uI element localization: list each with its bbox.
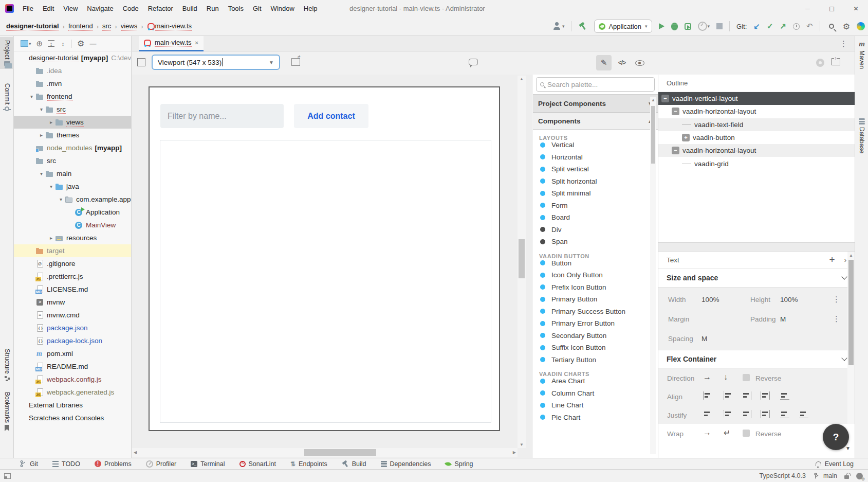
palette-group-components[interactable]: Components ▲ (533, 113, 658, 130)
tree-item[interactable]: pom.xml (14, 347, 131, 360)
tool-button-git[interactable]: Git (20, 460, 38, 468)
palette-item[interactable]: Primary Button (533, 293, 658, 306)
tree-item[interactable]: .mvn (14, 77, 131, 90)
menu-item[interactable]: Run (202, 0, 224, 17)
palette-search-input[interactable]: Search palette... (536, 77, 655, 92)
palette-item[interactable]: Prefix Icon Button (533, 281, 658, 294)
scroll-right-icon[interactable]: ▶ (513, 450, 516, 455)
help-dropdown-icon[interactable]: ▼ (845, 445, 851, 451)
lock-icon[interactable] (844, 475, 849, 479)
flex-container-section-header[interactable]: Flex Container (658, 350, 855, 368)
scroll-up-icon[interactable]: ▲ (520, 77, 524, 81)
outline-row[interactable]: − vaadin-horizontal-layout (658, 105, 855, 118)
align-end-icon[interactable] (742, 391, 751, 400)
rotate-viewport-icon[interactable] (291, 58, 300, 66)
justify-center-icon[interactable] (724, 410, 733, 418)
code-mode-button[interactable]: </> (614, 55, 630, 70)
scrollbar-thumb[interactable] (304, 449, 376, 456)
tree-item[interactable]: node_modules [myapp] (14, 141, 131, 154)
palette-scrollbar[interactable]: ▲ (650, 97, 656, 454)
tree-item[interactable]: mvnw (14, 296, 131, 309)
wrap-reverse-checkbox[interactable] (743, 430, 750, 437)
kebab-menu-icon[interactable]: ⋮ (833, 295, 840, 304)
add-contact-button[interactable]: Add contact (294, 104, 368, 128)
stop-icon[interactable] (716, 23, 723, 29)
palette-item[interactable]: Area Chart (533, 375, 658, 387)
tree-item[interactable]: themes (14, 129, 131, 141)
palette-item[interactable]: Icon Only Button (533, 269, 658, 281)
menu-item[interactable]: Window (266, 0, 299, 17)
tree-item[interactable]: package.json (14, 322, 131, 334)
tool-button-endpoints[interactable]: ⇅ Endpoints (290, 460, 327, 468)
palette-item[interactable]: Horizontal (533, 151, 658, 164)
align-stretch-icon[interactable] (761, 391, 770, 400)
close-button[interactable] (844, 0, 868, 17)
scrollbar-thumb[interactable] (519, 239, 525, 278)
palette-item[interactable]: Primary Success Button (533, 306, 658, 318)
viewport-size-select[interactable]: Viewport (547 x 533) ▼ (152, 55, 280, 70)
edit-mode-button[interactable]: ✎ (596, 55, 612, 70)
tree-chevron-icon[interactable] (38, 132, 45, 138)
tree-item[interactable]: webpack.config.js (14, 373, 131, 386)
build-hammer-icon[interactable] (578, 22, 587, 31)
tool-button-dependencies[interactable]: Dependencies (381, 460, 431, 468)
user-icon[interactable]: ▾ (552, 22, 565, 31)
close-tab-icon[interactable]: ✕ (195, 40, 199, 46)
ide-settings-icon[interactable] (856, 473, 863, 479)
menu-item[interactable]: Build (178, 0, 202, 17)
search-everywhere-icon[interactable] (829, 24, 834, 29)
direction-column-icon[interactable]: ↓ (724, 372, 728, 382)
tree-chevron-icon[interactable] (28, 94, 35, 99)
tool-button-todo[interactable]: TODO (52, 460, 80, 468)
tree-item[interactable]: com.example.applica (14, 193, 131, 206)
breadcrumb-item[interactable]: frontend (59, 22, 93, 31)
align-center-icon[interactable] (724, 391, 733, 400)
tool-button-problems[interactable]: ! Problems (95, 460, 132, 468)
expand-all-icon[interactable]: ↕ (48, 40, 54, 47)
maximize-button[interactable] (820, 0, 844, 17)
add-icon[interactable]: + (829, 254, 835, 265)
scroll-up-icon[interactable]: ▲ (651, 98, 655, 102)
tool-button-spring[interactable]: Spring (445, 460, 473, 468)
height-value[interactable]: 100% (780, 296, 798, 304)
breadcrumb-item[interactable]: views (111, 22, 137, 31)
palette-item[interactable]: Split horizontal (533, 175, 658, 188)
project-view-selector[interactable]: ▾ (21, 40, 31, 47)
expand-collapse-badge-icon[interactable]: − (661, 95, 669, 102)
tool-button-profiler[interactable]: Profiler (146, 460, 177, 468)
filter-text-field[interactable]: Filter by name... (160, 104, 284, 128)
settings-icon[interactable]: ⚙ (843, 22, 850, 31)
menu-item[interactable]: View (59, 0, 82, 17)
tool-tab-maven[interactable]: m Maven (855, 40, 868, 69)
select-opened-file-icon[interactable]: ⊕ (36, 39, 43, 48)
typescript-version[interactable]: TypeScript 4.0.3 (760, 472, 806, 479)
spacing-value[interactable]: M (701, 335, 707, 343)
direction-row-icon[interactable]: → (703, 372, 711, 382)
tree-item[interactable]: java (14, 180, 131, 193)
tree-item[interactable]: designer-tutorial [myapp] C:\dev\ (14, 51, 131, 64)
tool-tab-commit[interactable]: Commit (0, 83, 14, 111)
open-in-window-icon[interactable] (832, 58, 840, 65)
scrollbar-thumb[interactable] (651, 106, 655, 164)
outline-row[interactable]: − vaadin-horizontal-layout (658, 144, 855, 157)
breadcrumb-item[interactable]: src (93, 22, 112, 31)
align-start-icon[interactable] (703, 391, 712, 400)
menu-item[interactable]: Navigate (82, 0, 118, 17)
palette-item[interactable]: Pie Chart (533, 412, 658, 424)
git-branch-widget[interactable]: main (813, 472, 837, 479)
designer-canvas[interactable]: Filter by name... Add contact ▲ ▼ ◀ ▶ (132, 75, 532, 458)
tree-item[interactable]: .prettierrc.js (14, 270, 131, 283)
palette-item[interactable]: Split minimal (533, 187, 658, 200)
direction-reverse-checkbox[interactable] (743, 374, 750, 381)
tree-item[interactable]: main (14, 167, 131, 180)
expand-collapse-badge-icon[interactable]: line (682, 124, 691, 125)
tree-item[interactable]: package-lock.json (14, 334, 131, 347)
tree-item[interactable]: src (14, 154, 131, 167)
palette-item[interactable]: Board (533, 211, 658, 224)
padding-value[interactable]: M (780, 315, 786, 323)
breadcrumb-item[interactable]: main-view.ts (137, 22, 192, 31)
coverage-icon[interactable] (685, 23, 691, 30)
palette-item[interactable]: Split vertical (533, 163, 658, 175)
tree-item[interactable]: External Libraries (14, 399, 131, 412)
tree-item[interactable]: mvnw.cmd (14, 309, 131, 322)
